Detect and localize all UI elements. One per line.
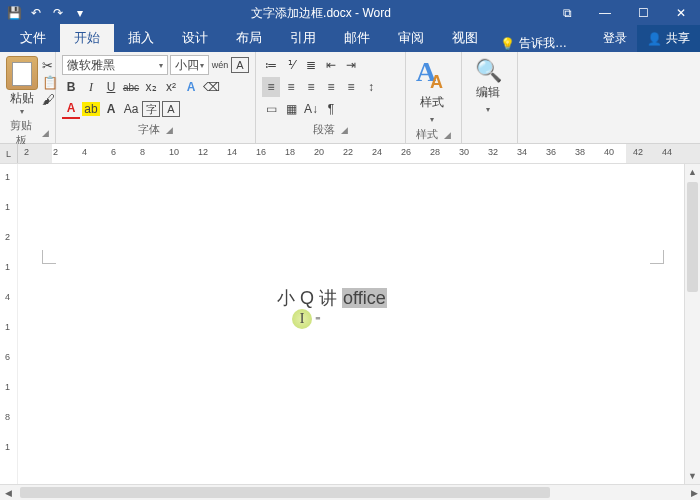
text-effects-button[interactable]: A <box>182 77 200 97</box>
ruler-tick: 30 <box>459 147 469 157</box>
ruler-tick: 14 <box>227 147 237 157</box>
qat-customize-button[interactable]: ▾ <box>70 3 90 23</box>
chevron-down-icon: ▾ <box>200 61 204 70</box>
search-icon: 🔍 <box>468 58 508 84</box>
tab-view[interactable]: 视图 <box>438 24 492 52</box>
vruler-tick: 8 <box>5 412 10 422</box>
bold-button[interactable]: B <box>62 77 80 97</box>
superscript-button[interactable]: x² <box>162 77 180 97</box>
bullets-button[interactable]: ≔ <box>262 55 280 75</box>
window-maximize-button[interactable]: ☐ <box>624 0 662 26</box>
strike-button[interactable]: abc <box>122 77 140 97</box>
cursor-highlight-icon: I <box>292 309 312 329</box>
tell-me-icon: 💡 <box>500 37 515 51</box>
italic-button[interactable]: I <box>82 77 100 97</box>
tab-home[interactable]: 开始 <box>60 24 114 52</box>
window-close-button[interactable]: ✕ <box>662 0 700 26</box>
styles-button[interactable]: A A 样式 ▾ <box>412 54 452 125</box>
group-clipboard: 粘贴 ▾ ✂ 📋 🖌 剪贴板 ◢ <box>0 52 56 143</box>
paragraph-dialog-launcher[interactable]: ◢ <box>341 125 348 135</box>
ruler-tick: 6 <box>111 147 116 157</box>
window-minimize-button[interactable]: — <box>586 0 624 26</box>
numbering-button[interactable]: ⅟ <box>282 55 300 75</box>
align-center-button[interactable]: ≡ <box>282 77 300 97</box>
qat-redo-button[interactable]: ↷ <box>48 3 68 23</box>
tab-design[interactable]: 设计 <box>168 24 222 52</box>
clear-format-button[interactable]: ⌫ <box>202 77 220 97</box>
grow-font-button[interactable]: A <box>102 99 120 119</box>
borders-button[interactable]: ▦ <box>282 99 300 119</box>
share-button[interactable]: 👤 共享 <box>637 25 700 52</box>
margin-corner-tr <box>650 250 664 264</box>
font-size-combo[interactable]: 小四 ▾ <box>170 55 209 75</box>
font-color-button[interactable]: A <box>62 99 80 119</box>
enclose-char-button[interactable]: 字 <box>142 101 160 117</box>
chevron-down-icon: ▾ <box>430 115 434 124</box>
group-font: 微软雅黑 ▾ 小四 ▾ wén A B I U abc x₂ x² A ⌫ A … <box>56 52 256 143</box>
horizontal-ruler[interactable]: L 22468101214161820222426283032343638404… <box>0 144 700 164</box>
editing-btn-label: 编辑 <box>468 84 508 101</box>
tab-mail[interactable]: 邮件 <box>330 24 384 52</box>
ruler-tick: 20 <box>314 147 324 157</box>
align-right-button[interactable]: ≡ <box>302 77 320 97</box>
document-text[interactable]: 小 Q 讲 office <box>277 286 387 310</box>
shading-button[interactable]: ▭ <box>262 99 280 119</box>
align-distributed-button[interactable]: ≡ <box>342 77 360 97</box>
vruler-tick: 1 <box>5 202 10 212</box>
ruler-tick: 44 <box>662 147 672 157</box>
tab-insert[interactable]: 插入 <box>114 24 168 52</box>
multilevel-button[interactable]: ≣ <box>302 55 320 75</box>
increase-indent-button[interactable]: ⇥ <box>342 55 360 75</box>
document-page[interactable]: 小 Q 讲 office I ⁼ ▲ ▼ <box>18 164 700 484</box>
char-border-button[interactable]: A <box>231 57 249 73</box>
char-border-alt-button[interactable]: A <box>162 101 180 117</box>
group-paragraph-label: 段落 <box>313 122 335 137</box>
find-button[interactable]: 🔍 编辑 ▾ <box>468 54 508 115</box>
qat-save-button[interactable]: 💾 <box>4 3 24 23</box>
tell-me-input[interactable]: 告诉我… <box>519 35 567 52</box>
vertical-ruler[interactable]: 1121416181 <box>0 164 18 484</box>
clipboard-dialog-launcher[interactable]: ◢ <box>42 128 49 138</box>
change-case-button[interactable]: Aa <box>122 99 140 119</box>
phonetic-guide-button[interactable]: wén <box>211 55 229 75</box>
scroll-down-button[interactable]: ▼ <box>685 468 700 484</box>
share-label: 共享 <box>666 30 690 47</box>
scroll-thumb[interactable] <box>687 182 698 292</box>
window-title: 文字添加边框.docx - Word <box>94 5 548 22</box>
login-button[interactable]: 登录 <box>593 25 637 52</box>
tab-layout[interactable]: 布局 <box>222 24 276 52</box>
horizontal-scrollbar[interactable]: ◀ ▶ <box>0 484 700 500</box>
styles-label: 样式 <box>412 94 452 111</box>
sort-button[interactable]: A↓ <box>302 99 320 119</box>
underline-button[interactable]: U <box>102 77 120 97</box>
vruler-tick: 4 <box>5 292 10 302</box>
align-justify-button[interactable]: ≡ <box>322 77 340 97</box>
ruler-tick: 12 <box>198 147 208 157</box>
paste-dropdown-icon[interactable]: ▾ <box>20 107 24 116</box>
font-name-combo[interactable]: 微软雅黑 ▾ <box>62 55 168 75</box>
font-dialog-launcher[interactable]: ◢ <box>166 125 173 135</box>
show-marks-button[interactable]: ¶ <box>322 99 340 119</box>
vruler-tick: 1 <box>5 172 10 182</box>
tab-file[interactable]: 文件 <box>6 24 60 52</box>
scroll-up-button[interactable]: ▲ <box>685 164 700 180</box>
vruler-tick: 1 <box>5 382 10 392</box>
paste-button[interactable]: 粘贴 ▾ <box>6 54 38 116</box>
decrease-indent-button[interactable]: ⇤ <box>322 55 340 75</box>
window-snap-button[interactable]: ⧉ <box>548 0 586 26</box>
ruler-tick: 32 <box>488 147 498 157</box>
scroll-right-button[interactable]: ▶ <box>691 488 698 498</box>
styles-dialog-launcher[interactable]: ◢ <box>444 130 451 140</box>
chevron-down-icon: ▾ <box>159 61 163 70</box>
char-shading-button[interactable]: ab <box>82 99 100 119</box>
ruler-tick: 16 <box>256 147 266 157</box>
vertical-scrollbar[interactable]: ▲ ▼ <box>684 164 700 484</box>
tab-references[interactable]: 引用 <box>276 24 330 52</box>
subscript-button[interactable]: x₂ <box>142 77 160 97</box>
tab-review[interactable]: 审阅 <box>384 24 438 52</box>
scroll-left-button[interactable]: ◀ <box>0 488 16 498</box>
hscroll-thumb[interactable] <box>20 487 550 498</box>
align-left-button[interactable]: ≡ <box>262 77 280 97</box>
line-spacing-button[interactable]: ↕ <box>362 77 380 97</box>
qat-undo-button[interactable]: ↶ <box>26 3 46 23</box>
